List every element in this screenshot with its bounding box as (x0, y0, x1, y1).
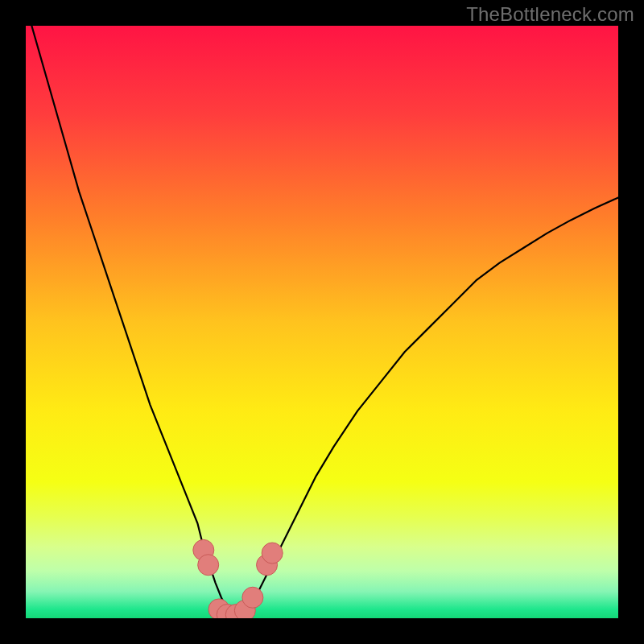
bottleneck-chart (26, 26, 618, 618)
outer-frame: TheBottleneck.com (0, 0, 644, 644)
chart-gradient-background (26, 26, 618, 618)
curve-marker (198, 555, 219, 576)
chart-plot-area (26, 26, 618, 618)
site-branding-label: TheBottleneck.com (466, 3, 634, 26)
curve-marker (262, 543, 283, 564)
curve-marker (242, 587, 263, 608)
